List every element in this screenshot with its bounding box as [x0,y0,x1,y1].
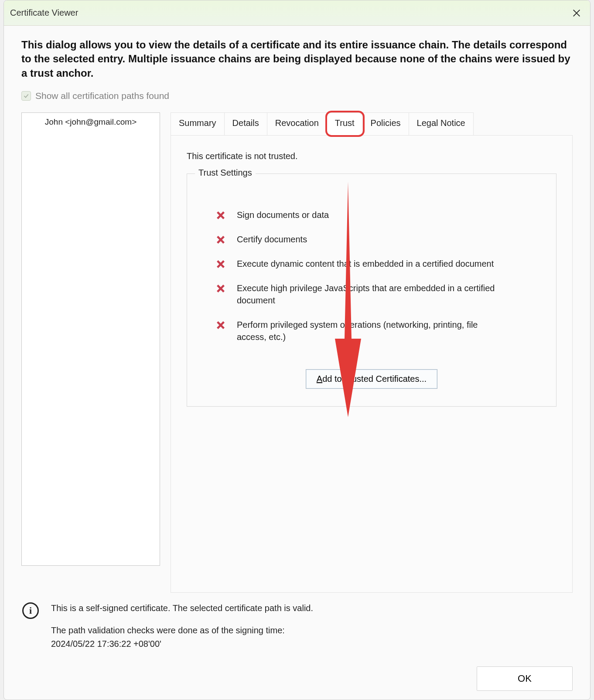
tab-details[interactable]: Details [225,112,267,135]
list-item: Certify documents [203,233,540,245]
ok-row: OK [21,666,573,691]
footer-line3: 2024/05/22 17:36:22 +08'00' [51,637,313,651]
tab-summary[interactable]: Summary [171,112,225,135]
tab-legal[interactable]: Legal Notice [409,112,474,135]
permission-label: Execute high privilege JavaScripts that … [237,282,507,306]
trust-tab-panel: This certificate is not trusted. Trust S… [171,135,573,593]
add-button-wrap: Add to Trusted Certificates... [203,369,540,389]
trust-settings-legend: Trust Settings [195,168,256,178]
show-all-paths-label: Show all certification paths found [35,91,169,101]
tab-trust[interactable]: Trust [327,112,363,135]
trust-settings-fieldset: Trust Settings Sign documents or data Ce… [187,173,556,407]
permission-label: Execute dynamic content that is embedded… [237,258,494,270]
main-columns: John <john@gmail.com> Summary Details Re… [21,112,573,593]
deny-icon [216,235,225,245]
permissions-list: Sign documents or data Certify documents… [203,209,540,343]
permission-label: Certify documents [237,233,307,245]
show-all-paths-checkbox[interactable] [21,91,31,101]
certificate-list[interactable]: John <john@gmail.com> [21,112,160,566]
permission-label: Sign documents or data [237,209,329,221]
tab-bar: Summary Details Revocation Trust Policie… [171,112,573,135]
ok-button[interactable]: OK [477,666,573,691]
add-button-rest: dd to Trusted Certificates... [322,374,427,384]
deny-icon [216,211,225,220]
footer-line1: This is a self-signed certificate. The s… [51,601,313,615]
list-item: Perform privileged system operations (ne… [203,319,540,343]
window-title: Certificate Viewer [10,8,569,18]
show-all-paths-row: Show all certification paths found [21,91,573,101]
deny-icon [216,320,225,330]
certificate-viewer-dialog: Certificate Viewer This dialog allows yo… [3,0,591,700]
tab-revocation[interactable]: Revocation [267,112,327,135]
deny-icon [216,259,225,269]
add-button-mnemonic: A [317,374,322,384]
trust-status-text: This certificate is not trusted. [187,151,556,161]
footer-info: i This is a self-signed certificate. The… [21,601,573,651]
intro-text: This dialog allows you to view the detai… [21,38,573,80]
list-item[interactable]: John <john@gmail.com> [22,116,160,129]
permission-label: Perform privileged system operations (ne… [237,319,507,343]
add-to-trusted-button[interactable]: Add to Trusted Certificates... [306,369,437,389]
list-item: Sign documents or data [203,209,540,221]
footer-line2: The path validation checks were done as … [51,624,313,637]
right-pane: Summary Details Revocation Trust Policie… [171,112,573,593]
deny-icon [216,284,225,293]
dialog-body: This dialog allows you to view the detai… [4,26,590,700]
info-icon: i [22,602,39,619]
list-item: Execute dynamic content that is embedded… [203,258,540,270]
titlebar: Certificate Viewer [4,0,590,26]
list-item: Execute high privilege JavaScripts that … [203,282,540,306]
tab-policies[interactable]: Policies [363,112,409,135]
close-icon[interactable] [569,6,584,20]
footer-text: This is a self-signed certificate. The s… [51,601,313,651]
